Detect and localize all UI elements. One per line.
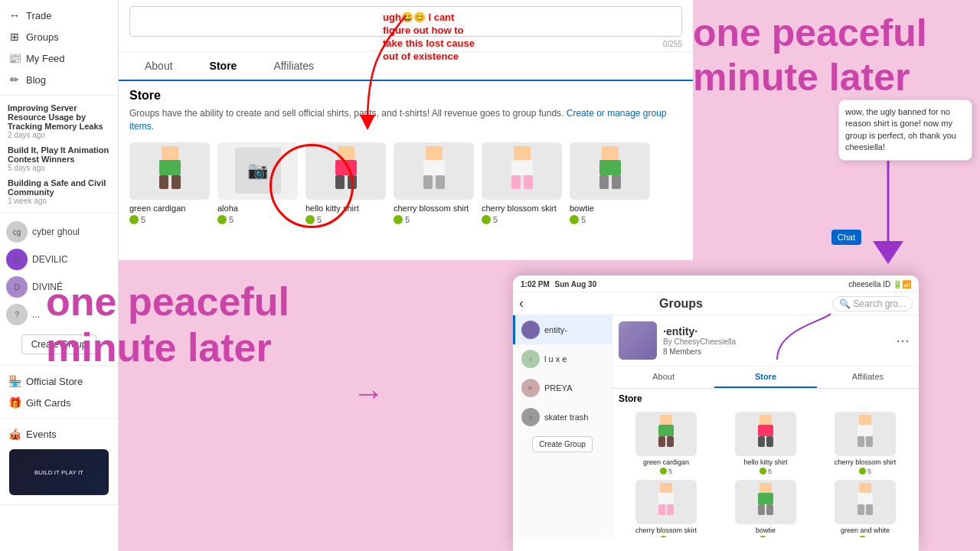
mobile-item-price-5: 5 bbox=[760, 536, 772, 537]
blog-title-3: Building a Safe and Civil Community bbox=[8, 178, 110, 197]
sidebar-label-groups: Groups bbox=[26, 31, 59, 43]
sidebar-item-trade[interactable]: ↔ Trade bbox=[0, 5, 118, 26]
group-avatar-4[interactable]: ? ... bbox=[0, 301, 118, 328]
mobile-search-box[interactable]: 🔍 Search gro... bbox=[832, 296, 913, 311]
group-avatar-1[interactable]: cg cyber ghoul bbox=[0, 218, 118, 246]
tab-affiliates[interactable]: Affiliates bbox=[255, 52, 332, 81]
mobile-group-luxe[interactable]: l l u x e bbox=[513, 344, 612, 373]
entity-avatar-bg bbox=[619, 321, 657, 360]
mobile-item-4[interactable]: cherry blossom skirt 5 bbox=[619, 480, 714, 537]
mobile-item-6[interactable]: green and white 5 bbox=[818, 480, 913, 537]
sidebar-item-myfeed[interactable]: 📰 My Feed bbox=[0, 47, 118, 69]
item-card-5[interactable]: cherry blossom skirt 5 bbox=[482, 142, 562, 224]
robux-icon-4 bbox=[394, 215, 403, 224]
char-leg-r-5 bbox=[524, 175, 533, 189]
mc-body-2 bbox=[758, 425, 773, 436]
mobile-time: 1:02 PM Sun Aug 30 bbox=[521, 280, 596, 289]
item-name-6: bowtie bbox=[570, 203, 650, 214]
item-card-1[interactable]: green cardigan 5 bbox=[129, 142, 210, 224]
char-leg-r-1 bbox=[172, 175, 181, 189]
tab-store[interactable]: Store bbox=[191, 52, 256, 81]
mobile-main-content: ·entity· By CheesyCheesiella 8 Members ⋯… bbox=[612, 315, 919, 537]
mobile-tab-about[interactable]: About bbox=[612, 367, 714, 388]
mobile-item-name-2: hello kitty shirt bbox=[743, 458, 787, 467]
mobile-item-price-1: 5 bbox=[660, 468, 672, 475]
blog-post-2[interactable]: Build It, Play It Animation Contest Winn… bbox=[0, 142, 118, 175]
group-avatar-3[interactable]: D DIVINÉ bbox=[0, 273, 118, 301]
sidebar-label-blog: Blog bbox=[26, 74, 46, 86]
item-card-4[interactable]: cherry blossom shirt 5 bbox=[394, 142, 474, 224]
sidebar-item-groups[interactable]: ⊞ Groups bbox=[0, 26, 118, 47]
sidebar-item-events[interactable]: 🎪 Events bbox=[0, 423, 118, 445]
blog-post-1[interactable]: Improving Server Resource Usage by Track… bbox=[0, 100, 118, 142]
mobile-tab-store[interactable]: Store bbox=[714, 367, 816, 388]
create-group-button[interactable]: Create Group bbox=[21, 334, 97, 354]
search-placeholder: Search gro... bbox=[853, 298, 906, 309]
mobile-avatar-preya: P bbox=[521, 379, 540, 397]
sidebar-nav-section: ↔ Trade ⊞ Groups 📰 My Feed ✏ Blog bbox=[0, 0, 118, 96]
sidebar-item-official-store[interactable]: 🏪 Official Store bbox=[0, 370, 118, 392]
sidebar-item-blog[interactable]: ✏ Blog bbox=[0, 69, 118, 90]
mc-leg-l-5 bbox=[758, 504, 765, 515]
comment-bubble: wow, the ugly banned for no reason shirt… bbox=[838, 99, 972, 161]
item-name-5: cherry blossom skirt bbox=[482, 203, 562, 214]
events-label: Events bbox=[26, 429, 57, 440]
group-avatar-2[interactable]: D DEVILIC bbox=[0, 246, 118, 273]
sidebar-item-gift-cards[interactable]: 🎁 Gift Cards bbox=[0, 392, 118, 413]
avatar-1: cg bbox=[6, 221, 28, 243]
item-price-4: 5 bbox=[394, 215, 474, 224]
sidebar-label-myfeed: My Feed bbox=[26, 53, 65, 64]
blog-date-1: 2 days ago bbox=[8, 131, 110, 139]
mobile-item-name-4: cherry blossom skirt bbox=[635, 527, 697, 535]
mobile-item-1[interactable]: green cardigan 5 bbox=[619, 412, 714, 475]
mobile-back-button[interactable]: ‹ bbox=[519, 295, 524, 311]
item-name-4: cherry blossom shirt bbox=[394, 203, 474, 214]
item-price-value-1: 5 bbox=[141, 215, 145, 224]
item-card-3[interactable]: hello kitty shirt 5 bbox=[305, 142, 386, 224]
myfeed-icon: 📰 bbox=[8, 51, 21, 65]
char-leg-l-6 bbox=[599, 175, 609, 189]
tab-about[interactable]: About bbox=[126, 52, 191, 81]
item-price-value-2: 5 bbox=[229, 215, 234, 224]
mobile-robux-2 bbox=[760, 468, 766, 474]
avatar-name-3: DIVINÉ bbox=[32, 282, 63, 292]
events-banner[interactable]: BUILD IT PLAY IT bbox=[9, 449, 109, 495]
mc-leg-r-5 bbox=[766, 504, 773, 515]
mobile-price-val-2: 5 bbox=[768, 468, 772, 475]
char-leg-r-3 bbox=[348, 175, 357, 189]
time-text: 1:02 PM bbox=[521, 280, 550, 289]
mobile-tab-affiliates[interactable]: Affiliates bbox=[817, 367, 919, 388]
mobile-group-skater[interactable]: s skater trash bbox=[513, 403, 612, 432]
avatar-name-1: cyber ghoul bbox=[32, 227, 80, 237]
mobile-item-price-4: 5 bbox=[660, 536, 672, 537]
char-leg-l-1 bbox=[159, 175, 168, 189]
store-icon: 🏪 bbox=[8, 374, 21, 388]
item-price-2: 5 bbox=[217, 215, 298, 224]
description-textarea[interactable] bbox=[129, 6, 682, 37]
avatar-name-2: DEVILIC bbox=[32, 254, 68, 265]
mobile-avatar-entity: e bbox=[521, 321, 540, 339]
char-head-1 bbox=[162, 146, 178, 160]
item-card-2[interactable]: 📷 aloha 5 bbox=[217, 142, 298, 224]
store-desc-text: Groups have the ability to create and se… bbox=[129, 108, 564, 119]
mobile-item-3[interactable]: cherry blossom shirt 5 bbox=[818, 412, 913, 475]
mc-head-4 bbox=[660, 483, 672, 493]
svg-marker-1 bbox=[873, 241, 903, 264]
chat-button[interactable]: Chat bbox=[831, 230, 861, 245]
char-figure-6 bbox=[591, 146, 629, 196]
item-card-6[interactable]: bowtie 5 bbox=[570, 142, 650, 224]
mc-head-2 bbox=[760, 415, 772, 425]
avatar-3: D bbox=[6, 276, 28, 298]
mobile-item-5[interactable]: bowtie 5 bbox=[718, 480, 813, 537]
mobile-group-preya[interactable]: P PREYA bbox=[513, 373, 612, 403]
mc-leg-l-1 bbox=[658, 436, 665, 447]
blog-post-3[interactable]: Building a Safe and Civil Community 1 we… bbox=[0, 175, 118, 208]
char-head-5 bbox=[514, 146, 531, 160]
mobile-group-entity[interactable]: e entity- bbox=[513, 315, 612, 344]
mobile-item-2[interactable]: hello kitty shirt 5 bbox=[718, 412, 813, 475]
mobile-item-price-6: 5 bbox=[859, 536, 871, 537]
mobile-create-group-button[interactable]: Create Group bbox=[532, 436, 593, 452]
char-figure-1 bbox=[151, 146, 189, 196]
three-dots-button[interactable]: ⋯ bbox=[893, 329, 913, 352]
sidebar-label-trade: Trade bbox=[26, 10, 51, 21]
